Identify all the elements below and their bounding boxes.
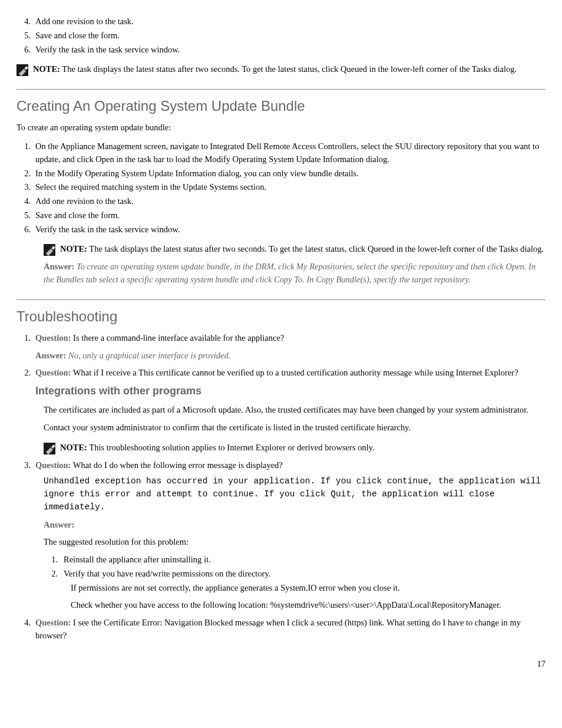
question-item: 3. Question: What do I do when the follo… <box>16 459 546 472</box>
question-label: Question: <box>35 618 71 627</box>
resolution-item: 1. Reinstall the appliance after uninsta… <box>44 554 546 566</box>
resolution-text: Reinstall the appliance after uninstalli… <box>64 554 546 566</box>
question-number: 3. <box>16 459 35 472</box>
note-body: The task displays the latest status afte… <box>89 244 544 253</box>
answer-text: To create an operating system update bun… <box>44 262 535 284</box>
question-item: 2. Question: What if I receive a This ce… <box>16 367 546 400</box>
step-text: In the Modify Operating System Update In… <box>35 167 546 180</box>
note-body: This troubleshooting solution applies to… <box>89 443 374 452</box>
note-text: NOTE: The task displays the latest statu… <box>33 63 546 76</box>
note-label: NOTE: <box>33 64 60 74</box>
answer-block: Answer: To create an operating system up… <box>44 261 546 286</box>
section-divider <box>16 89 546 90</box>
step-text: Verify the task in the task service wind… <box>35 44 546 57</box>
note-text: NOTE: This troubleshooting solution appl… <box>60 442 546 454</box>
page-number: 17 <box>16 659 546 669</box>
question-text: What if I receive a This certificate can… <box>73 368 518 377</box>
step-item: 5. Save and close the form. <box>16 29 546 42</box>
question-item: 4. Question: I see the Certificate Error… <box>16 617 546 643</box>
step-number: 5. <box>16 29 35 42</box>
resolution-number: 1. <box>44 554 64 566</box>
step-number: 6. <box>16 223 35 236</box>
answer-label: Answer: <box>44 520 74 529</box>
step-number: 2. <box>16 167 35 180</box>
step-number: 1. <box>16 140 35 166</box>
note-icon <box>44 443 55 454</box>
note-label: NOTE: <box>60 443 87 452</box>
question-text: What do I do when the following error me… <box>73 460 283 470</box>
note-icon <box>16 64 28 76</box>
question-number: 2. <box>16 367 35 400</box>
note-body: The task displays the latest status afte… <box>62 64 517 74</box>
step-number: 4. <box>16 195 35 208</box>
step-number: 6. <box>16 44 35 57</box>
note-text: NOTE: The task displays the latest statu… <box>60 243 546 256</box>
answer-paragraph: If permissions are not set correctly, th… <box>71 582 546 595</box>
note-block: NOTE: The task displays the latest statu… <box>16 63 546 76</box>
question-number: 1. <box>16 332 35 363</box>
section-intro: To create an operating system update bun… <box>16 121 546 134</box>
step-text: Select the required matching system in t… <box>35 181 546 194</box>
question-item: 1. Question: Is there a command-line int… <box>16 332 546 363</box>
resolution-item: 2. Verify that you have read/write permi… <box>44 568 546 581</box>
inline-heading: Integrations with other programs <box>35 383 546 399</box>
answer-paragraph: Contact your system administrator to con… <box>44 421 546 434</box>
step-text: Save and close the form. <box>35 29 546 42</box>
error-message-code: Unhandled exception has occurred in your… <box>44 475 546 513</box>
step-text: Add one revision to the task. <box>35 15 546 28</box>
question-text: Is there a command-line interface availa… <box>73 333 284 342</box>
resolution-number: 2. <box>44 568 64 581</box>
step-number: 3. <box>16 181 35 194</box>
question-label: Question: <box>35 333 71 342</box>
question-number: 4. <box>16 617 35 643</box>
step-item: 1. On the Appliance Management screen, n… <box>16 140 546 166</box>
step-item: 6. Verify the task in the task service w… <box>16 223 546 236</box>
step-text: Verify the task in the task service wind… <box>35 223 546 236</box>
step-item: 5. Save and close the form. <box>16 209 546 222</box>
question-label: Question: <box>35 368 71 377</box>
step-item: 4. Add one revision to the task. <box>16 15 546 28</box>
question-text: I see the Certificate Error: Navigation … <box>35 618 521 640</box>
answer-label: Answer: <box>35 351 66 360</box>
step-text: On the Appliance Management screen, navi… <box>35 140 546 166</box>
step-item: 2. In the Modify Operating System Update… <box>16 167 546 180</box>
answer-paragraph: The certificates are included as part of… <box>44 404 546 417</box>
step-text: Add one revision to the task. <box>35 195 546 208</box>
step-item: 6. Verify the task in the task service w… <box>16 44 546 57</box>
answer-label: Answer: <box>44 262 74 271</box>
section-heading-create-bundle: Creating An Operating System Update Bund… <box>16 98 546 114</box>
step-item: 3. Select the required matching system i… <box>16 181 546 194</box>
step-number: 4. <box>16 15 35 28</box>
step-text: Save and close the form. <box>35 209 546 222</box>
resolution-text: Verify that you have read/write permissi… <box>64 568 546 581</box>
answer-text: No, only a graphical user interface is p… <box>68 351 230 360</box>
question-label: Question: <box>35 460 71 470</box>
step-number: 5. <box>16 209 35 222</box>
answer-paragraph: Check whether you have access to the fol… <box>71 599 546 612</box>
note-block: NOTE: This troubleshooting solution appl… <box>44 442 546 454</box>
note-icon <box>44 244 55 256</box>
section-divider <box>16 299 546 300</box>
answer-intro: The suggested resolution for this proble… <box>44 536 546 549</box>
note-block: NOTE: The task displays the latest statu… <box>44 243 546 256</box>
note-label: NOTE: <box>60 244 87 253</box>
section-heading-troubleshooting: Troubleshooting <box>16 308 546 325</box>
step-item: 4. Add one revision to the task. <box>16 195 546 208</box>
